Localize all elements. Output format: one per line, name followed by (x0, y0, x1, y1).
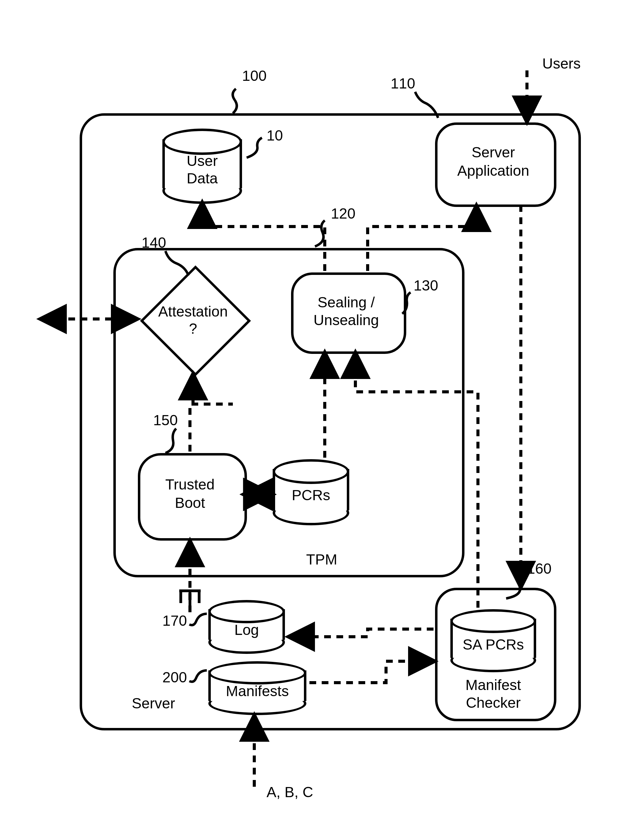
attestation-label-2: ? (135, 320, 251, 337)
server-application-label-2: Application (435, 162, 552, 179)
user-data-label-2: Data (162, 170, 242, 187)
sealing-label-2: Unsealing (291, 312, 401, 329)
manifests-label: Manifests (208, 683, 306, 699)
trusted-boot-label-2: Boot (138, 494, 242, 511)
abc-label: A, B, C (267, 784, 313, 801)
ref-200: 200 (162, 669, 187, 686)
diagram-canvas: Server Application User Data TPM Attesta… (0, 0, 625, 840)
ref-150: 150 (153, 412, 178, 429)
pcrs-label: PCRs (273, 487, 349, 504)
ref-130: 130 (414, 277, 438, 294)
users-label: Users (542, 55, 581, 72)
server-label: Server (132, 695, 175, 712)
manifest-checker-label-2: Checker (435, 694, 552, 711)
ref-160: 160 (527, 560, 552, 577)
ref-100: 100 (242, 67, 267, 84)
ref-10: 10 (267, 127, 283, 144)
ref-110: 110 (390, 75, 415, 92)
user-data-label-1: User (162, 152, 242, 169)
ref-120: 120 (331, 205, 355, 222)
server-application-label-1: Server (435, 144, 552, 161)
ref-140: 140 (141, 234, 166, 251)
sealing-label-1: Sealing / (291, 294, 401, 311)
manifest-checker-label-1: Manifest (435, 677, 552, 693)
sa-pcrs-label: SA PCRs (450, 636, 536, 653)
tpm-label: TPM (291, 551, 352, 568)
log-label: Log (208, 621, 285, 638)
trusted-boot-label-1: Trusted (138, 476, 242, 493)
ref-170: 170 (162, 612, 187, 629)
attestation-label-1: Attestation (135, 303, 251, 320)
